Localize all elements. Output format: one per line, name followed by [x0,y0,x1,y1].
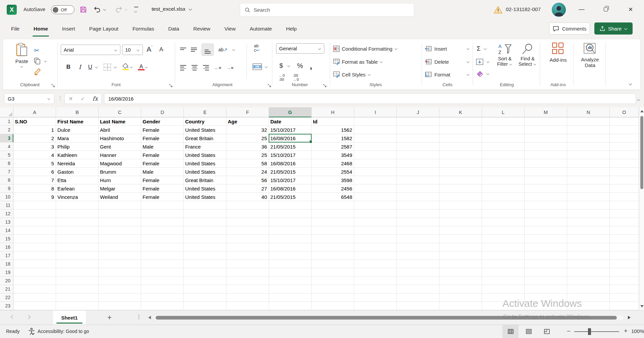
cell-I22[interactable] [354,293,397,302]
cell-L17[interactable] [482,251,525,260]
cell-N3[interactable] [567,134,610,143]
cell-N10[interactable] [567,193,610,201]
cell-E8[interactable]: Great Britain [184,176,226,184]
cell-F20[interactable] [226,277,269,285]
cell-E9[interactable]: United States [184,184,226,193]
cell-L6[interactable] [482,159,525,168]
cell-L23[interactable] [482,302,525,310]
cancel-icon[interactable]: ✕ [68,96,73,102]
cell-D14[interactable] [141,226,184,235]
row-header-1[interactable]: 1 [0,117,13,126]
cell-G5[interactable]: 15/10/2017 [269,151,312,159]
cell-M9[interactable] [525,184,567,193]
cell-K22[interactable] [439,293,482,302]
cell-L19[interactable] [482,268,525,277]
clear-dropdown-icon[interactable] [487,72,490,75]
expand-formula-bar-icon[interactable] [637,97,640,103]
redo-dropdown-icon[interactable] [125,8,128,11]
cell-B6[interactable]: Nereida [56,159,99,168]
horizontal-scroll-thumb[interactable] [156,316,617,320]
formula-input[interactable]: 16/08/2016 [104,93,636,104]
cell-M11[interactable] [525,201,567,210]
sort-filter-button[interactable]: AZ Sort & Filter [495,43,515,67]
paste-dropdown-icon[interactable] [20,65,23,68]
cell-J18[interactable] [397,260,439,268]
cell-D17[interactable] [141,251,184,260]
cell-O13[interactable] [610,218,639,226]
cell-G6[interactable]: 16/08/2016 [269,159,312,168]
align-center-button[interactable] [192,65,198,70]
cell-N17[interactable] [567,251,610,260]
formula-bar-grip[interactable]: ⋮ [58,95,63,101]
font-dialog-launcher[interactable] [169,83,173,88]
search-input[interactable]: Search [240,3,414,17]
cell-F18[interactable] [226,260,269,268]
cell-I6[interactable] [354,159,397,168]
column-header-E[interactable]: E [184,107,226,117]
cell-I17[interactable] [354,251,397,260]
cell-D4[interactable]: Male [141,143,184,151]
row-header-7[interactable]: 7 [0,168,13,176]
cell-B9[interactable]: Earlean [56,184,99,193]
currency-button[interactable]: $ [279,62,283,69]
cell-B19[interactable] [56,268,99,277]
cell-L18[interactable] [482,260,525,268]
cell-O6[interactable] [610,159,639,168]
delete-cells-button[interactable]: Delete [425,57,470,66]
cell-L5[interactable] [482,151,525,159]
cell-B7[interactable]: Gaston [56,168,99,176]
cell-O21[interactable] [610,285,639,293]
cell-J7[interactable] [397,168,439,176]
cell-K6[interactable] [439,159,482,168]
title-dropdown-icon[interactable] [189,7,192,11]
format-as-table-dropdown-icon[interactable] [380,60,383,63]
cell-K16[interactable] [439,243,482,251]
tab-help[interactable]: Help [279,19,304,39]
cell-M3[interactable] [525,134,567,143]
enter-icon[interactable]: ✓ [80,96,85,102]
tab-home[interactable]: Home [26,19,55,39]
cell-N19[interactable] [567,268,610,277]
orientation-dropdown-icon[interactable] [232,48,235,51]
fill-color-dropdown-icon[interactable] [130,66,133,69]
cell-I20[interactable] [354,277,397,285]
cell-H8[interactable]: 3598 [312,176,354,184]
cell-L9[interactable] [482,184,525,193]
cell-G7[interactable]: 21/05/2015 [269,168,312,176]
top-align-button[interactable] [180,48,186,51]
cell-H13[interactable] [312,218,354,226]
collapse-ribbon-button[interactable] [629,81,632,87]
cell-C17[interactable] [99,251,141,260]
cell-O16[interactable] [610,243,639,251]
cell-M18[interactable] [525,260,567,268]
cell-F19[interactable] [226,268,269,277]
row-header-17[interactable]: 17 [0,251,13,260]
cell-O9[interactable] [610,184,639,193]
cell-N13[interactable] [567,218,610,226]
cell-K15[interactable] [439,235,482,243]
align-right-button[interactable] [203,65,209,70]
font-name-dropdown-icon[interactable] [114,48,117,51]
cell-H11[interactable] [312,201,354,210]
cell-J8[interactable] [397,176,439,184]
row-header-16[interactable]: 16 [0,243,13,251]
cell-K19[interactable] [439,268,482,277]
cell-N14[interactable] [567,226,610,235]
sheet-tab-sheet1[interactable]: Sheet1 [53,311,86,325]
quick-access-toolbar-customize-icon[interactable] [134,7,139,14]
cell-J12[interactable] [397,210,439,218]
cell-D19[interactable] [141,268,184,277]
increase-indent-button[interactable]: →≡ [227,65,234,70]
row-header-6[interactable]: 6 [0,159,13,168]
cell-D8[interactable]: Female [141,176,184,184]
cell-C10[interactable]: Weiland [99,193,141,201]
cell-H17[interactable] [312,251,354,260]
cell-D16[interactable] [141,243,184,251]
new-sheet-button[interactable]: + [107,313,112,322]
comments-button[interactable]: Comments [549,22,590,35]
cell-B8[interactable]: Etta [56,176,99,184]
cell-O17[interactable] [610,251,639,260]
spreadsheet-grid[interactable]: ABCDEFGHIJKLMNO1S.NOFirst NameLast NameG… [0,107,639,310]
share-button[interactable]: Share [594,22,633,35]
row-header-19[interactable]: 19 [0,268,13,277]
